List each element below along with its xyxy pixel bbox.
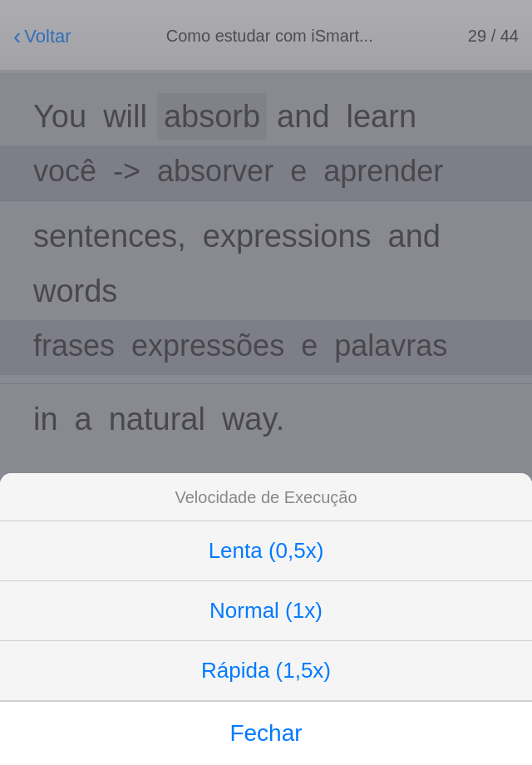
action-sheet-content: Velocidade de Execução Lenta (0,5x) Norm…	[0, 473, 532, 765]
action-sheet-title: Velocidade de Execução	[0, 473, 532, 521]
option-normal[interactable]: Normal (1x)	[0, 581, 532, 641]
close-button[interactable]: Fechar	[0, 701, 532, 765]
option-slow[interactable]: Lenta (0,5x)	[0, 521, 532, 581]
action-sheet: Velocidade de Execução Lenta (0,5x) Norm…	[0, 473, 532, 765]
option-fast[interactable]: Rápida (1,5x)	[0, 641, 532, 701]
